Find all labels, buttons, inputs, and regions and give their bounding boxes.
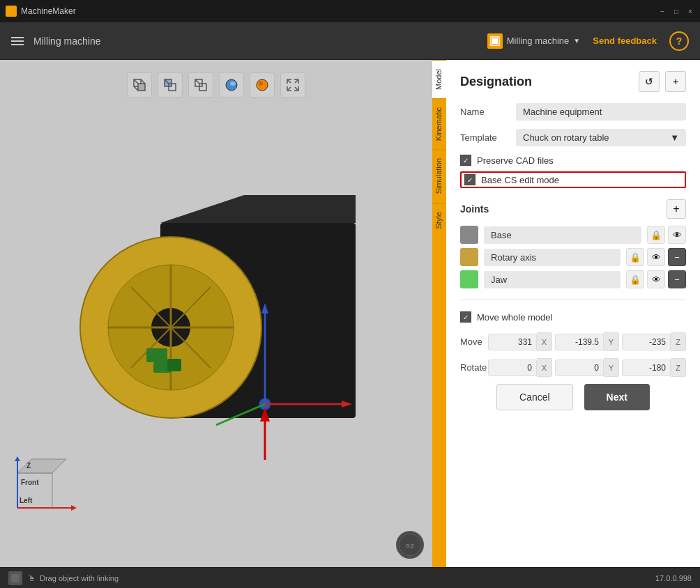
move-label: Move xyxy=(460,336,488,347)
name-label: Name xyxy=(460,107,516,117)
status-text: Drag object with linking xyxy=(40,574,119,582)
tab-simulation[interactable]: Simulation xyxy=(432,149,446,202)
title-bar: MachineMaker − □ × xyxy=(0,0,700,22)
move-y-axis: Y xyxy=(604,332,619,351)
rotate-y-axis: Y xyxy=(604,358,619,377)
move-x-input[interactable] xyxy=(488,334,537,350)
window-controls: − □ × xyxy=(658,7,694,15)
rotate-z-input[interactable] xyxy=(622,359,671,376)
3d-model-svg xyxy=(49,153,383,474)
joint-eye-rotary[interactable]: 👁 xyxy=(647,248,665,266)
hamburger-menu[interactable] xyxy=(11,37,24,45)
viewport-toolbar xyxy=(120,68,312,102)
center-area: Milling machine ▼ Send feedback ? xyxy=(487,31,689,51)
preserve-cad-checkbox[interactable] xyxy=(460,155,471,166)
view-side-button[interactable] xyxy=(188,72,213,98)
svg-text:Left: Left xyxy=(20,497,33,504)
shading-button[interactable] xyxy=(219,72,244,98)
joint-name-rotary: Rotary axis xyxy=(484,249,621,266)
checkboxes-section: Preserve CAD files Base CS edit mode xyxy=(460,155,686,188)
base-cs-checkbox[interactable] xyxy=(464,174,475,185)
maximize-button[interactable]: □ xyxy=(672,7,680,15)
move-whole-checkbox[interactable] xyxy=(460,311,471,323)
base-cs-row: Base CS edit mode xyxy=(460,171,686,188)
coord-indicator: Left Front Z xyxy=(14,456,77,518)
joint-remove-rotary[interactable]: − xyxy=(668,248,686,266)
svg-rect-61 xyxy=(11,574,20,582)
panel-header: Designation ↺ + xyxy=(460,71,686,92)
joint-lock-rotary[interactable]: 🔒 xyxy=(626,248,644,266)
close-button[interactable]: × xyxy=(686,7,694,15)
template-label: Template xyxy=(460,132,516,143)
tab-kinematic[interactable]: Kinematic xyxy=(432,98,446,149)
move-x-field: X xyxy=(488,332,552,351)
cancel-button[interactable]: Cancel xyxy=(496,384,573,410)
rotate-fields: X Y Z xyxy=(488,358,686,377)
svg-rect-41 xyxy=(167,359,181,371)
bottom-buttons: Cancel Next xyxy=(460,384,686,410)
move-y-input[interactable] xyxy=(555,334,604,350)
joint-name-base: Base xyxy=(484,226,641,244)
preserve-cad-row: Preserve CAD files xyxy=(460,155,686,166)
joint-lock-jaw[interactable]: 🔒 xyxy=(626,270,644,288)
panel-title: Designation xyxy=(460,75,532,89)
svg-marker-51 xyxy=(17,459,66,473)
svg-line-5 xyxy=(141,79,145,84)
top-toolbar: Milling machine Milling machine ▼ Send f… xyxy=(0,22,700,60)
svg-marker-58 xyxy=(15,456,20,461)
joint-actions-base: 🔒 👁 xyxy=(647,226,686,244)
svg-point-14 xyxy=(230,82,236,86)
joint-color-base xyxy=(460,226,478,244)
svg-text:Z: Z xyxy=(26,462,31,470)
divider xyxy=(460,300,686,300)
svg-rect-39 xyxy=(146,348,167,362)
joints-header: Joints + xyxy=(460,199,686,219)
add-button[interactable]: + xyxy=(665,71,686,92)
svg-point-16 xyxy=(259,82,263,86)
joint-lock-base[interactable]: 🔒 xyxy=(647,226,665,244)
reset-button[interactable]: ↺ xyxy=(639,71,660,92)
view-front-button[interactable] xyxy=(158,72,183,98)
app-title: Milling machine xyxy=(33,36,100,47)
joint-actions-rotary: 🔒 👁 − xyxy=(626,248,686,266)
help-button[interactable]: ? xyxy=(669,31,689,51)
tab-style[interactable]: Style xyxy=(432,203,446,237)
machine-label: Milling machine xyxy=(507,36,570,46)
joint-eye-jaw[interactable]: 👁 xyxy=(647,270,665,288)
machine-select[interactable]: Milling machine ▼ xyxy=(487,33,581,49)
right-panel: Designation ↺ + Name Machine equipment T… xyxy=(446,60,700,567)
viewport[interactable]: Left Front Z 0.0 xyxy=(0,60,432,567)
move-z-field: Z xyxy=(622,332,686,351)
base-cs-label: Base CS edit mode xyxy=(481,175,559,185)
svg-rect-1 xyxy=(492,38,498,44)
svg-text:0.0: 0.0 xyxy=(406,543,414,549)
joint-row-base: Base 🔒 👁 xyxy=(460,226,686,244)
send-feedback-button[interactable]: Send feedback xyxy=(587,33,662,49)
joint-remove-jaw[interactable]: − xyxy=(668,270,686,288)
svg-line-12 xyxy=(195,79,199,84)
expand-button[interactable] xyxy=(280,72,305,98)
texture-button[interactable] xyxy=(250,72,275,98)
rotate-y-input[interactable] xyxy=(555,359,604,376)
move-z-input[interactable] xyxy=(622,334,671,350)
joint-color-jaw xyxy=(460,270,478,288)
svg-line-6 xyxy=(134,86,138,91)
name-input[interactable]: Machine equipment xyxy=(516,103,686,121)
joint-eye-base[interactable]: 👁 xyxy=(668,226,686,244)
minimize-button[interactable]: − xyxy=(658,7,667,15)
svg-rect-11 xyxy=(199,84,206,91)
next-button[interactable]: Next xyxy=(584,384,650,410)
rotate-y-field: Y xyxy=(555,358,619,377)
template-select[interactable]: Chuck on rotary table ▼ xyxy=(516,129,686,146)
tab-model[interactable]: Model xyxy=(432,60,446,98)
version-text: 17.0.0.998 xyxy=(655,574,692,582)
template-dropdown-icon: ▼ xyxy=(670,132,679,143)
move-model-row: Move whole model xyxy=(460,311,686,323)
move-z-axis: Z xyxy=(671,332,686,351)
rotate-x-input[interactable] xyxy=(488,359,537,376)
view-3d-button[interactable] xyxy=(127,72,152,98)
main-area: Left Front Z 0.0 Model Kinematic Simulat… xyxy=(0,60,700,567)
add-joint-button[interactable]: + xyxy=(667,199,686,219)
svg-text:Front: Front xyxy=(21,479,39,486)
joint-name-jaw: Jaw xyxy=(484,271,621,288)
